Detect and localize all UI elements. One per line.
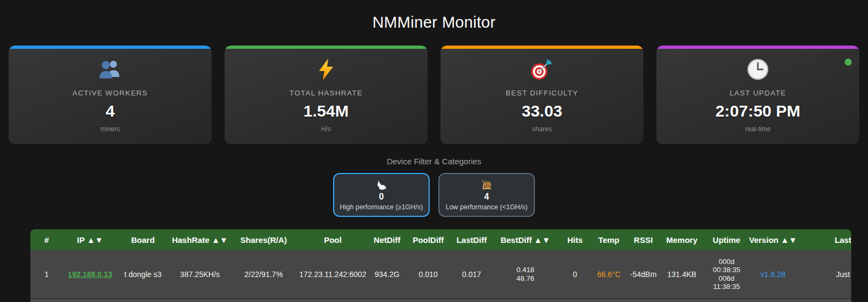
stat-label: ACTIVE WORKERS [72,89,148,97]
col-header-pooldiff: PoolDiff [405,229,452,250]
col-header-version[interactable]: Version ▲▼ [749,229,797,250]
col-header-temp: Temp [591,229,627,250]
stat-label: TOTAL HASHRATE [290,89,363,97]
rabbit-icon [376,179,387,190]
col-header-hits: Hits [559,229,591,250]
filter-count: 0 [379,192,384,202]
col-header-num: # [30,229,63,250]
filter-section-heading: Device Filter & Categories [0,157,868,166]
col-header-bestdiff[interactable]: BestDiff ▲▼ [492,229,559,250]
cell-num: 1 [30,250,63,299]
stat-value: 4 [106,102,115,120]
workers-icon [98,58,123,81]
stats-row: ACTIVE WORKERS 4 miners TOTAL HASHRATE 1… [9,46,859,144]
cell-memory: 131.4KB [660,250,704,299]
col-header-ip[interactable]: IP ▲▼ [63,229,117,250]
stat-unit: miners [100,125,120,133]
cell-board: t dongle s3 [117,250,169,299]
cell-lastseen: Just [797,250,851,299]
cell-hashrate: 387.25KH/s [169,250,231,299]
card-accent-bar [656,46,859,49]
col-header-hashrate[interactable]: HashRate ▲▼ [169,229,231,250]
filter-high-performance-button[interactable]: 0 High performance (≥1GH/s) [333,173,430,217]
stat-unit: H/s [321,125,331,133]
snail-icon [481,179,492,190]
col-header-uptime: Uptime [704,229,749,250]
col-header-lastdiff: LastDiff [452,229,492,250]
miners-table-container: #IP ▲▼BoardHashRate ▲▼Shares(R/A)PoolNet… [30,229,851,302]
col-header-shares: Shares(R/A) [231,229,296,250]
lightning-icon [317,58,335,81]
cell-lastdiff: 0.017 [452,250,492,299]
stat-card-total-hashrate: TOTAL HASHRATE 1.54M H/s [225,46,427,144]
nmminer-dashboard: NMMiner Monitor ACTIVE WORKERS 4 mine [0,14,868,302]
stat-label: BEST DIFFICULTY [506,89,578,97]
stat-card-active-workers: ACTIVE WORKERS 4 miners [9,46,212,144]
col-header-lastseen: Last [797,229,851,250]
filter-row: 0 High performance (≥1GH/s) 4 Low perfor… [0,173,868,217]
online-status-dot [845,59,852,66]
cell-version[interactable]: v1.8.28 [749,250,797,299]
col-header-board: Board [117,229,169,250]
cell-bestdiff: 0.41848.76 [492,250,559,299]
filter-count: 4 [484,192,489,202]
stat-value: 33.03 [521,102,562,120]
table-row-partial [30,299,851,302]
stat-unit: real-time [745,125,771,133]
cell-rssi: -54dBm [627,250,660,299]
stat-label: LAST UPDATE [730,89,786,97]
cell-uptime: 000d00:38:35006d11:38:35 [704,250,749,299]
target-icon [530,58,554,81]
cell-temp: 66.6°C [591,250,627,299]
miners-table: #IP ▲▼BoardHashRate ▲▼Shares(R/A)PoolNet… [30,229,851,299]
cell-ip[interactable]: 192.168.0.13 [63,250,117,299]
cell-pooldiff: 0.010 [405,250,452,299]
cell-shares: 2/22/91.7% [231,250,296,299]
stat-card-last-update: LAST UPDATE 2:07:50 PM real-time [656,46,859,144]
col-header-pool: Pool [296,229,369,250]
table-header-row: #IP ▲▼BoardHashRate ▲▼Shares(R/A)PoolNet… [30,229,851,250]
col-header-rssi: RSSI [627,229,660,250]
cell-hits: 0 [559,250,591,299]
filter-low-performance-button[interactable]: 4 Low performance (<1GH/s) [438,173,535,217]
stat-unit: shares [532,125,552,133]
stat-value: 2:07:50 PM [716,102,801,120]
stat-card-best-difficulty: BEST DIFFICULTY 33.03 shares [441,46,643,144]
stat-value: 1.54M [303,102,348,120]
card-accent-bar [225,46,427,49]
card-accent-bar [441,46,643,49]
cell-pool: 172.23.11.242:6002 [296,250,369,299]
cell-netdiff: 934.2G [369,250,405,299]
filter-label: Low performance (<1GH/s) [445,203,527,211]
col-header-memory: Memory [660,229,704,250]
table-row: 1192.168.0.13t dongle s3387.25KH/s2/22/9… [30,250,851,299]
card-accent-bar [9,46,212,49]
page-title: NMMiner Monitor [0,14,868,31]
clock-icon [746,58,769,81]
filter-label: High performance (≥1GH/s) [340,203,423,211]
col-header-netdiff: NetDiff [369,229,405,250]
